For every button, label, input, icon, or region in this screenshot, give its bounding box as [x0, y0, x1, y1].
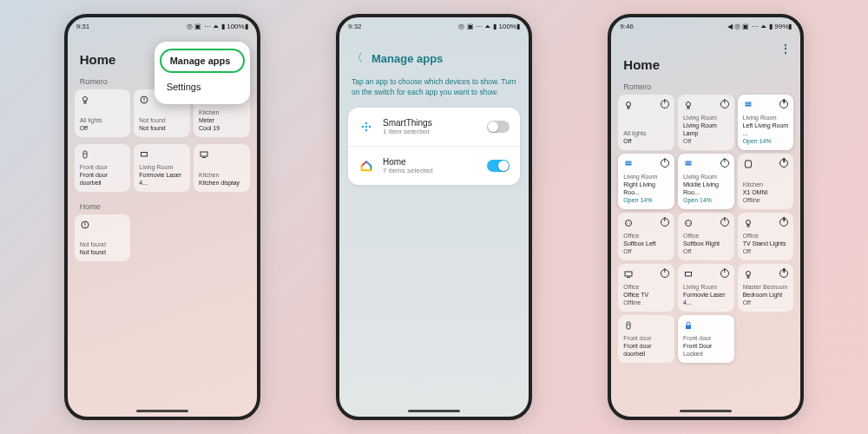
- tile-status: Open 14%: [623, 196, 669, 204]
- device-tile[interactable]: Living RoomRight Living Roo...Open 14%: [618, 154, 674, 209]
- bulb-icon: [683, 100, 694, 112]
- overflow-menu: Manage apps Settings: [155, 42, 250, 104]
- bulb-icon: [743, 218, 753, 230]
- tile-name: Off: [623, 137, 669, 145]
- device-tile[interactable]: Living RoomLeft Living Room ...Open 14%: [738, 95, 794, 150]
- tile-room: Living Room: [623, 173, 669, 181]
- tile-room: Kitchen: [199, 171, 245, 179]
- app-icon: [358, 158, 374, 174]
- back-icon[interactable]: 〈: [352, 50, 363, 66]
- tile-name: Bedroom Light: [743, 291, 789, 299]
- device-tile[interactable]: OfficeOffice TVOffline: [618, 264, 674, 312]
- device-tile[interactable]: KitchenKitchen display: [194, 144, 250, 192]
- svg-point-14: [84, 227, 85, 227]
- device-tile[interactable]: Front doorFront DoorLocked: [678, 315, 734, 363]
- device-tile[interactable]: OfficeSoftbox RightOff: [678, 213, 734, 260]
- doorbell-icon: [623, 320, 634, 332]
- device-tile[interactable]: KitchenX1 OMNIOffline: [738, 154, 794, 209]
- device-tile[interactable]: All lightsOff: [75, 89, 131, 137]
- tile-status: Open 14%: [683, 196, 729, 204]
- tile-name: Formovie Laser 4...: [139, 171, 185, 187]
- device-tile[interactable]: Living RoomMiddle Living Roo...Open 14%: [678, 154, 734, 209]
- app-toggle[interactable]: [487, 160, 510, 172]
- power-icon[interactable]: [779, 159, 788, 168]
- device-grid: Front doorFront door doorbellLiving Room…: [68, 144, 257, 199]
- doorbell-icon: [80, 149, 90, 161]
- clock: 9:31: [76, 23, 90, 30]
- svg-rect-48: [686, 326, 691, 330]
- svg-point-8: [84, 153, 86, 155]
- alert-icon: [139, 95, 149, 107]
- bulb-icon: [80, 95, 90, 107]
- tile-name: Front door doorbell: [623, 342, 669, 358]
- svg-point-34: [627, 223, 628, 224]
- svg-point-44: [746, 272, 750, 276]
- svg-rect-7: [83, 151, 87, 158]
- tile-room: Office: [683, 232, 729, 240]
- svg-rect-27: [626, 161, 632, 166]
- power-icon[interactable]: [720, 100, 729, 108]
- svg-rect-40: [747, 225, 749, 227]
- tile-name: Front Door: [683, 342, 729, 350]
- svg-rect-10: [201, 152, 207, 156]
- power-icon[interactable]: [661, 159, 669, 168]
- speaker-icon: [743, 159, 753, 171]
- device-tile[interactable]: All lightsOff: [618, 95, 674, 150]
- gesture-bar: [408, 410, 460, 412]
- app-subtitle: 1 item selected: [383, 128, 478, 135]
- device-tile[interactable]: Not foundNot found: [75, 214, 131, 261]
- app-row[interactable]: SmartThings1 item selected: [348, 108, 520, 147]
- tile-room: Office: [623, 283, 669, 291]
- section-label: Romero: [611, 79, 800, 95]
- device-tile[interactable]: Living RoomFormovie Laser 4...: [678, 264, 734, 312]
- power-icon[interactable]: [779, 269, 788, 278]
- power-icon[interactable]: [779, 100, 788, 108]
- tile-name: Not found: [139, 124, 185, 132]
- svg-rect-9: [141, 153, 148, 157]
- power-icon[interactable]: [720, 269, 729, 278]
- svg-rect-24: [745, 102, 751, 107]
- tile-status: Open 14%: [743, 137, 789, 145]
- menu-item-manage-apps[interactable]: Manage apps: [160, 49, 245, 73]
- svg-point-20: [627, 102, 631, 107]
- tile-name: Office TV: [623, 291, 669, 299]
- svg-point-36: [685, 220, 691, 227]
- menu-item-settings[interactable]: Settings: [155, 75, 250, 99]
- app-name: SmartThings: [383, 118, 478, 128]
- page-description: Tap an app to choose which devices to sh…: [339, 71, 529, 108]
- app-icon: [358, 119, 374, 135]
- device-tile[interactable]: Master BedroomBedroom LightOff: [738, 264, 794, 312]
- phone-screenshot-3: 9:46 ◀ ◎ ▣ ⋯ ⏶ ▮ 99%▮ ⋮ Home Romero All …: [608, 14, 804, 420]
- power-icon[interactable]: [661, 218, 669, 227]
- power-icon[interactable]: [661, 100, 669, 108]
- svg-rect-30: [685, 161, 691, 166]
- status-icons: ◎ ▣ ⋯ ⏶ ▮ 100%▮: [187, 23, 248, 30]
- app-name: Home: [383, 157, 478, 167]
- svg-point-0: [82, 97, 87, 102]
- device-tile[interactable]: OfficeSoftbox LeftOff: [618, 213, 674, 260]
- svg-rect-41: [625, 272, 632, 276]
- power-icon[interactable]: [779, 218, 788, 227]
- status-bar: 9:46 ◀ ◎ ▣ ⋯ ⏶ ▮ 99%▮: [611, 17, 800, 32]
- device-tile[interactable]: Front doorFront door doorbell: [75, 144, 131, 192]
- tile-status: Offline: [623, 299, 669, 306]
- tile-status: Off: [743, 299, 789, 306]
- app-toggle[interactable]: [487, 121, 510, 133]
- clock: 9:46: [620, 23, 634, 30]
- tile-name: Softbox Left: [623, 240, 669, 247]
- tile-room: Front door: [683, 334, 729, 342]
- tile-status: Off: [623, 247, 669, 255]
- device-tile[interactable]: OfficeTV Stand LightsOff: [738, 213, 794, 260]
- page-title: Manage apps: [372, 52, 443, 65]
- svg-point-47: [628, 324, 630, 326]
- device-tile[interactable]: Front doorFront door doorbell: [618, 315, 674, 363]
- power-icon[interactable]: [720, 159, 729, 168]
- device-tile[interactable]: Living RoomLiving Room LampOff: [678, 95, 734, 150]
- app-row[interactable]: Home7 items selected: [348, 147, 520, 185]
- apps-list: SmartThings1 item selectedHome7 items se…: [348, 108, 520, 185]
- power-icon[interactable]: [720, 218, 729, 227]
- device-tile[interactable]: Living RoomFormovie Laser 4...: [134, 144, 190, 192]
- tile-name: Not found: [80, 248, 126, 256]
- section-label: Home: [68, 199, 257, 214]
- power-icon[interactable]: [661, 269, 669, 278]
